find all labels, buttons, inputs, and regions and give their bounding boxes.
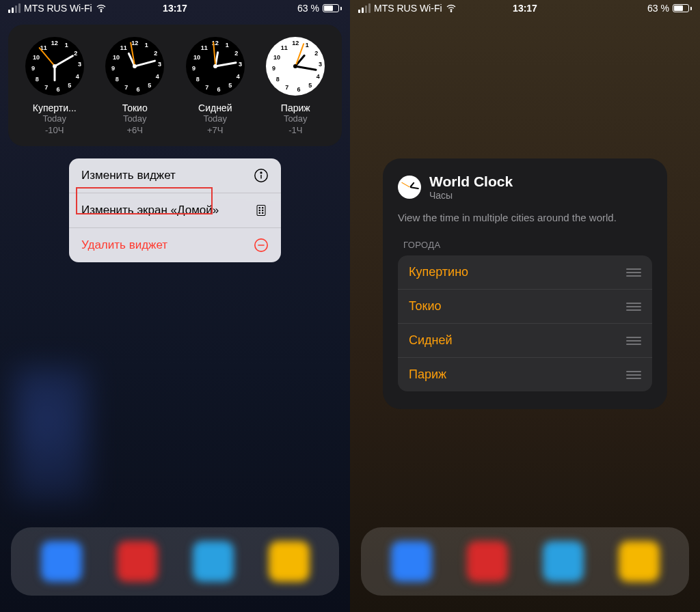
city-row-label: Париж [409,367,446,382]
carrier-label: MTS RUS Wi-Fi [374,3,442,14]
city-name: Токио [122,102,148,113]
dock [361,527,689,596]
dock-app[interactable] [117,541,158,582]
svg-point-10 [262,212,264,214]
clock-column: 121234567891011Куперти...Today-10Ч [18,37,92,137]
clock-column: 121234567891011СиднейToday+7Ч [178,37,252,137]
signal-icon [358,3,371,13]
apps-grid-icon [254,203,269,218]
status-bar: MTS RUS Wi-Fi 13:17 63 % [350,0,700,16]
carrier-label: MTS RUS Wi-Fi [24,3,92,14]
city-row[interactable]: Токио [398,290,652,324]
phone-right: MTS RUS Wi-Fi 13:17 63 % World Clock Час… [350,0,700,612]
city-row-label: Купертино [409,265,468,279]
edit-widget-sheet: World Clock Часы View the time in multip… [383,158,667,409]
svg-point-0 [100,11,101,12]
city-row-label: Токио [409,299,442,314]
battery-icon [673,4,692,12]
city-row[interactable]: Купертино [398,255,652,290]
clock-app-icon [398,176,421,199]
dock [11,527,339,596]
battery-percent: 63 % [647,3,669,14]
svg-point-8 [262,210,264,211]
svg-point-5 [259,207,260,208]
dock-app[interactable] [467,541,508,582]
analog-clock: 121234567891011 [186,37,245,96]
menu-edit-widget[interactable]: Изменить виджет [69,158,281,193]
status-bar: MTS RUS Wi-Fi 13:17 63 % [0,0,350,16]
drag-handle-icon[interactable] [626,337,641,345]
phone-left: MTS RUS Wi-Fi 13:17 63 % 121234567891011… [0,0,350,612]
dock-app[interactable] [543,541,584,582]
svg-point-3 [260,172,262,173]
city-name: Париж [281,102,310,113]
menu-item-label: Изменить виджет [81,169,176,182]
svg-point-6 [262,207,264,208]
city-offset: Today+7Ч [203,113,227,137]
city-row[interactable]: Сидней [398,324,652,358]
city-offset: Today-10Ч [42,113,66,137]
menu-edit-home[interactable]: Изменить экран «Домой» [69,193,281,228]
analog-clock: 121234567891011 [266,37,325,96]
city-offset: Today-1Ч [284,113,308,137]
analog-clock: 121234567891011 [25,37,84,96]
dock-app[interactable] [391,541,432,582]
svg-point-7 [259,210,260,211]
dock-app[interactable] [269,541,310,582]
wifi-icon [96,3,107,14]
world-clock-widget[interactable]: 121234567891011Куперти...Today-10Ч121234… [8,25,342,146]
menu-item-label: Изменить экран «Домой» [81,204,219,217]
sheet-description: View the time in multiple cities around … [398,210,652,225]
city-row[interactable]: Париж [398,358,652,391]
svg-point-13 [450,11,451,12]
status-time: 13:17 [163,3,187,14]
analog-clock: 121234567891011 [105,37,164,96]
city-offset: Today+6Ч [123,113,147,137]
svg-rect-4 [257,205,265,215]
battery-percent: 63 % [297,3,319,14]
remove-icon [254,238,269,253]
clock-column: 121234567891011ТокиоToday+6Ч [98,37,172,137]
drag-handle-icon[interactable] [626,303,641,311]
wifi-icon [446,3,457,14]
dock-app[interactable] [619,541,660,582]
drag-handle-icon[interactable] [626,371,641,379]
city-row-label: Сидней [409,333,453,348]
city-list: КупертиноТокиоСиднейПариж [398,255,652,391]
menu-remove-widget[interactable]: Удалить виджет [69,228,281,262]
city-name: Куперти... [33,102,77,113]
context-menu: Изменить виджет Изменить экран «Домой» У… [69,158,281,262]
dock-app[interactable] [193,541,234,582]
status-time: 13:17 [513,3,537,14]
info-icon [254,168,269,183]
section-label: ГОРОДА [403,240,652,250]
battery-icon [323,4,342,12]
sheet-subtitle: Часы [429,190,513,201]
drag-handle-icon[interactable] [626,268,641,277]
clock-column: 121234567891011ПарижToday-1Ч [259,37,333,137]
dock-app[interactable] [41,541,82,582]
background-blur [14,366,89,503]
signal-icon [8,3,21,13]
sheet-title: World Clock [429,173,513,190]
svg-point-9 [259,212,260,214]
menu-item-label: Удалить виджет [81,238,167,252]
city-name: Сидней [198,102,232,113]
